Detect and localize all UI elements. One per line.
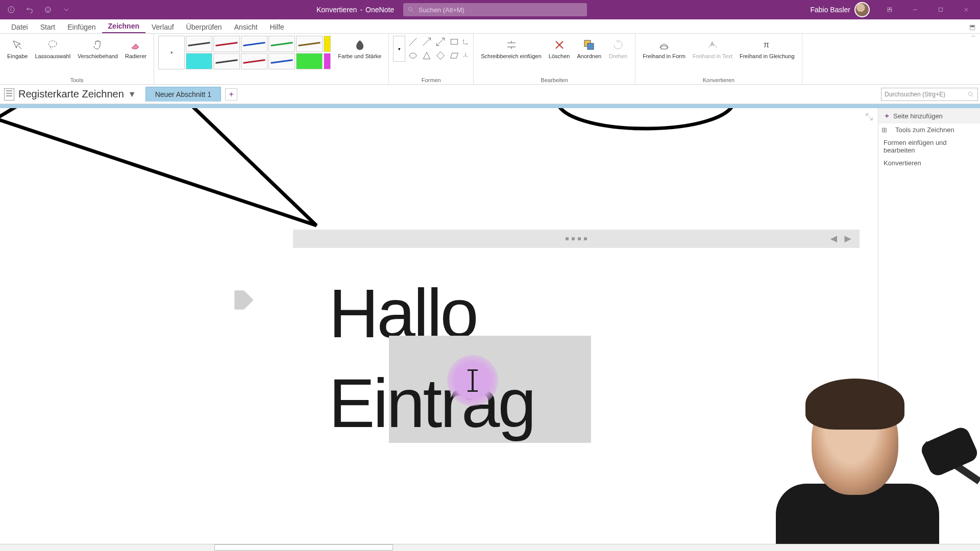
window-title: Konvertieren - OneNote: [316, 0, 394, 19]
loeschen-button[interactable]: Löschen: [546, 36, 573, 61]
shape-ellipse[interactable]: [407, 49, 419, 62]
avatar: [854, 2, 870, 17]
svg-text:A: A: [710, 41, 714, 47]
svg-rect-6: [890, 8, 892, 10]
notebook-icon[interactable]: [4, 88, 14, 101]
shape-parallelogram[interactable]: [448, 49, 460, 62]
grip-icon: [566, 237, 587, 240]
pen-8[interactable]: [241, 53, 267, 69]
ribbon-group-formen: ▾ Formen: [389, 34, 474, 84]
tab-ansicht[interactable]: Ansicht: [228, 21, 264, 33]
container-nav-prev[interactable]: ◄: [828, 232, 839, 245]
page-search-input[interactable]: Durchsuchen (Strg+E): [881, 88, 978, 101]
minimize-button[interactable]: [903, 0, 927, 19]
pen-2[interactable]: [213, 36, 240, 52]
container-nav-next[interactable]: ►: [842, 232, 853, 245]
ribbon-group-konvertieren: Freihand in Form A Freihand in Text π Fr…: [635, 34, 802, 84]
pen-4[interactable]: [268, 36, 295, 52]
shape-axes[interactable]: [462, 36, 469, 48]
status-input[interactable]: [214, 544, 393, 550]
webcam-overlay: [709, 357, 980, 551]
outline-handle-icon[interactable]: [230, 286, 258, 314]
shape-arrow[interactable]: [421, 36, 433, 48]
qat-more-icon[interactable]: [59, 3, 74, 17]
hand-button[interactable]: Verschiebehand: [75, 36, 121, 61]
collapse-ribbon-icon[interactable]: [969, 24, 976, 33]
svg-rect-14: [661, 46, 667, 49]
eingabe-button[interactable]: Eingabe: [4, 36, 31, 61]
hl-yellow[interactable]: [324, 36, 331, 52]
pen-9[interactable]: [268, 53, 295, 69]
title-right: OneNote: [365, 6, 394, 14]
fullscreen-icon[interactable]: [865, 112, 874, 121]
ribbon-group-pens: ▾ Farbe und Stärke: [154, 34, 389, 84]
title-bar: Konvertieren - OneNote Suchen (Alt+M) Fa…: [0, 0, 980, 19]
svg-point-3: [48, 9, 49, 9]
maximize-button[interactable]: [929, 0, 952, 19]
tab-start[interactable]: Start: [34, 21, 62, 33]
ribbon-collapse-icon[interactable]: [970, 33, 977, 42]
pen-gallery[interactable]: ▾: [158, 36, 331, 69]
tab-hilfe[interactable]: Hilfe: [264, 21, 290, 33]
anordnen-button[interactable]: Anordnen: [574, 36, 604, 61]
search-icon: [967, 91, 974, 98]
expand-collapse-icon[interactable]: ⊞: [878, 124, 890, 136]
group-label-formen: Formen: [422, 77, 441, 84]
page-item-0[interactable]: Tools zum Zeichnen: [890, 123, 980, 136]
close-button[interactable]: [954, 0, 978, 19]
shape-rect[interactable]: [448, 36, 460, 48]
undo-icon[interactable]: [22, 3, 37, 17]
tab-ueberpruefen[interactable]: Überprüfen: [180, 21, 228, 33]
search-icon: [407, 6, 414, 13]
tab-zeichnen[interactable]: Zeichnen: [102, 20, 145, 33]
section-tab[interactable]: Neuer Abschnitt 1: [145, 87, 222, 102]
freihand-gleichung-button[interactable]: π Freihand in Gleichung: [737, 36, 798, 61]
svg-rect-8: [939, 8, 943, 12]
ribbon: Eingabe Lassoauswahl Verschiebehand Radi…: [0, 34, 980, 85]
back-icon[interactable]: [4, 3, 18, 17]
shape-line[interactable]: [407, 36, 419, 48]
page-item-2[interactable]: Konvertieren: [878, 157, 980, 169]
radierer-button[interactable]: Radierer: [122, 36, 150, 61]
add-section-button[interactable]: +: [225, 88, 237, 101]
notebook-dropdown-icon[interactable]: ▼: [128, 90, 136, 99]
drehen-button: Drehen: [605, 36, 631, 61]
notebook-header: Registerkarte Zeichnen ▼ Neuer Abschnitt…: [0, 85, 980, 104]
freihand-text-button: A Freihand in Text: [690, 36, 736, 61]
section-color-strip: [0, 104, 980, 108]
pen-3[interactable]: [241, 36, 267, 52]
tab-verlauf[interactable]: Verlauf: [145, 21, 180, 33]
search-input[interactable]: Suchen (Alt+M): [403, 3, 587, 16]
shape-darrow[interactable]: [434, 36, 447, 48]
touch-icon[interactable]: [41, 3, 55, 17]
shape-diamond[interactable]: [434, 49, 447, 62]
hl-green[interactable]: [296, 53, 323, 69]
hl-magenta[interactable]: [324, 53, 331, 69]
container-grip-header[interactable]: ◄ ►: [293, 230, 860, 248]
lasso-button[interactable]: Lassoauswahl: [32, 36, 74, 61]
add-page-button[interactable]: ＋ Seite hinzufügen: [878, 108, 980, 123]
tab-datei[interactable]: Datei: [5, 21, 34, 33]
shape-3daxes[interactable]: [462, 49, 469, 62]
tab-einfuegen[interactable]: Einfügen: [61, 21, 102, 33]
ribbon-mode-icon[interactable]: [878, 0, 901, 19]
cursor-highlight: [447, 355, 498, 406]
shapes-gallery[interactable]: ▾: [393, 36, 469, 62]
farbe-staerke-button[interactable]: Farbe und Stärke: [335, 36, 384, 61]
shapes-more-icon[interactable]: ▾: [393, 36, 405, 62]
pen-7[interactable]: [213, 53, 240, 69]
pen-1[interactable]: [186, 36, 212, 52]
notebook-title[interactable]: Registerkarte Zeichnen: [18, 88, 124, 100]
hl-cyan[interactable]: [186, 53, 212, 69]
user-account[interactable]: Fabio Basler: [810, 2, 870, 17]
user-name: Fabio Basler: [810, 6, 850, 14]
group-label-bearbeiten: Bearbeiten: [541, 77, 568, 84]
schreibbereich-button[interactable]: Schreibbereich einfügen: [478, 36, 545, 61]
group-label-tools: Tools: [70, 77, 84, 84]
menu-tabs: Datei Start Einfügen Zeichnen Verlauf Üb…: [0, 19, 980, 34]
pen-5[interactable]: [296, 36, 323, 52]
freihand-form-button[interactable]: Freihand in Form: [640, 36, 689, 61]
shape-tri[interactable]: [421, 49, 433, 62]
page-item-1[interactable]: Formen einfügen und bearbeiten: [878, 136, 980, 157]
pen-more-icon[interactable]: ▾: [158, 36, 185, 69]
